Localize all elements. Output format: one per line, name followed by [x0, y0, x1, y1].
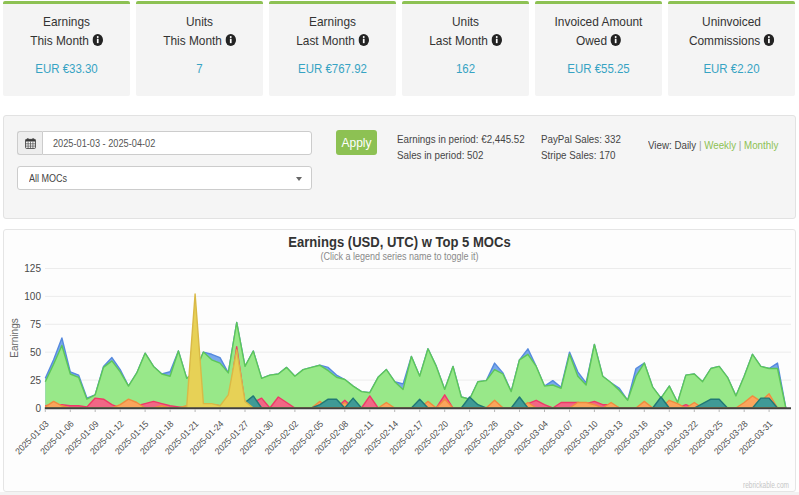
svg-text:100: 100: [24, 291, 41, 302]
svg-text:125: 125: [24, 263, 41, 274]
svg-text:0: 0: [35, 403, 41, 414]
svg-text:50: 50: [30, 347, 42, 358]
svg-text:rebrickable.com: rebrickable.com: [743, 479, 789, 490]
svg-text:Earnings: Earnings: [9, 318, 20, 357]
svg-text:25: 25: [30, 375, 42, 386]
svg-text:75: 75: [30, 319, 42, 330]
